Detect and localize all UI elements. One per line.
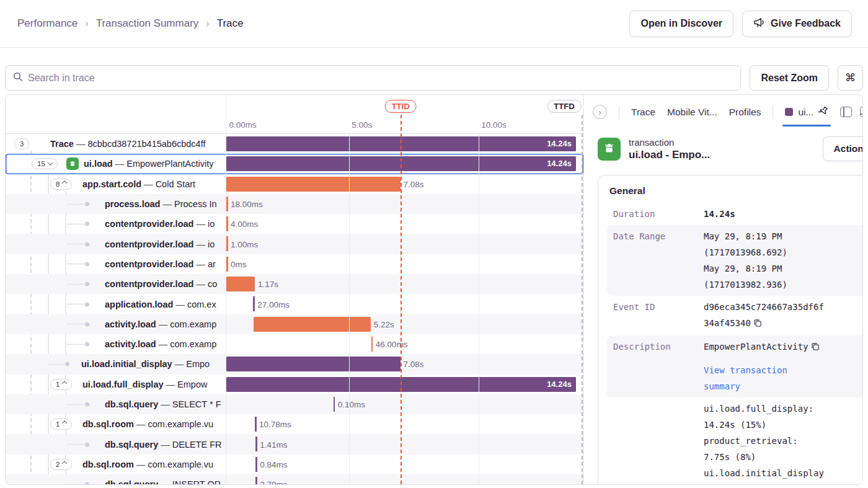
span-chart-cell[interactable]: 4.00ms (226, 214, 583, 234)
collapse-panel-icon[interactable]: › (593, 105, 607, 119)
dock-bottom-icon[interactable] (860, 107, 863, 117)
breadcrumb-transaction-summary[interactable]: Transaction Summary (96, 17, 199, 30)
span-row[interactable]: db.sql.query — SELECT * F0.10ms (6, 394, 583, 414)
span-duration-bar[interactable]: 14.24s (226, 136, 576, 151)
dock-left-icon[interactable] (840, 107, 852, 117)
span-tree-cell[interactable]: 1db.sql.room — com.example.vu (6, 414, 226, 434)
span-duration-bar[interactable] (226, 177, 401, 192)
span-tree-cell[interactable]: contentprovider.load — co (6, 274, 226, 294)
span-row[interactable]: 8app.start.cold — Cold Start7.08s (6, 174, 583, 194)
span-duration-tick[interactable] (226, 216, 228, 231)
span-chart-cell[interactable]: 10.78ms (226, 414, 583, 434)
span-tree-cell[interactable]: db.sql.query — SELECT * F (6, 394, 226, 414)
span-chart-cell[interactable]: 14.24s (226, 154, 583, 174)
ttfd-marker-badge[interactable]: TTFD (547, 100, 581, 113)
span-duration-tick[interactable] (334, 397, 335, 412)
span-tree-cell[interactable]: contentprovider.load — io (6, 214, 226, 234)
search-input[interactable] (28, 73, 733, 84)
keyboard-shortcut-button[interactable]: ⌘ (838, 65, 863, 91)
span-count-badge[interactable]: 2 (50, 459, 72, 470)
span-chart-cell[interactable]: 18.00ms (226, 194, 583, 214)
span-count-badge[interactable]: 8 (50, 179, 72, 190)
span-tree-cell[interactable]: ui.load.initial_display — Empo (6, 354, 226, 374)
span-tree-cell[interactable]: 2db.sql.room — com.example.vu (6, 455, 226, 474)
span-duration-tick[interactable] (226, 236, 228, 251)
span-duration-tick[interactable] (371, 337, 373, 352)
span-row[interactable]: db.sql.query — INSERT OR2.78ms (6, 474, 583, 485)
help-icon[interactable]: ? (679, 484, 689, 486)
span-row[interactable]: db.sql.query — DELETE FR1.41ms (6, 434, 583, 454)
span-chart-cell[interactable]: 7.08s (226, 174, 583, 194)
copy-icon[interactable] (811, 340, 820, 356)
span-duration-tick[interactable] (255, 437, 257, 451)
span-count-badge[interactable]: 15 (32, 158, 58, 169)
span-row[interactable]: 3Trace — 8cbbcd38721b415ab6cbdc4ff14.24s (6, 134, 583, 154)
span-tree-cell[interactable]: activity.load — com.examp (6, 314, 226, 334)
span-tree-cell[interactable]: application.load — com.ex (6, 294, 226, 314)
span-row[interactable]: 1db.sql.room — com.example.vu10.78ms (6, 414, 583, 434)
actions-button[interactable]: Actions (823, 136, 863, 161)
span-chart-cell[interactable]: 46.00ms (226, 334, 583, 354)
give-feedback-button[interactable]: Give Feedback (742, 11, 852, 37)
reset-zoom-button[interactable]: Reset Zoom (750, 65, 829, 91)
span-row[interactable]: activity.load — com.examp46.00ms (6, 334, 583, 354)
span-duration-bar[interactable]: 14.24s (226, 377, 576, 392)
span-row[interactable]: contentprovider.load — io4.00ms (6, 214, 583, 234)
span-chart-cell[interactable]: 0ms (226, 254, 583, 274)
span-tree-cell[interactable]: 1ui.load.full_display — Empow (6, 375, 226, 394)
span-tree-cell[interactable]: process.load — Process In (6, 194, 226, 214)
span-chart-cell[interactable]: 2.78ms (226, 474, 583, 485)
span-duration-bar[interactable] (226, 357, 401, 371)
span-duration-bar[interactable]: 14.24s (226, 156, 576, 171)
span-duration-tick[interactable] (255, 457, 257, 472)
span-row[interactable]: activity.load — com.examp5.22s (6, 314, 583, 334)
span-tree-cell[interactable]: 8app.start.cold — Cold Start (6, 174, 226, 194)
span-row[interactable]: ui.load.initial_display — Empo7.08s (6, 354, 583, 374)
span-row[interactable]: contentprovider.load — io1.00ms (6, 234, 583, 254)
tab-mobile-vitals[interactable]: Mobile Vit... (667, 107, 717, 118)
open-in-discover-button[interactable]: Open in Discover (629, 11, 733, 37)
span-row[interactable]: 15ui.load — EmpowerPlantActivity14.24s (6, 154, 583, 174)
span-chart-cell[interactable]: 5.22s (226, 314, 583, 334)
tab-ui-load-active[interactable]: ui... (785, 106, 828, 118)
span-chart-cell[interactable]: 1.17s (226, 274, 583, 294)
breadcrumb-performance[interactable]: Performance (17, 17, 78, 30)
span-duration-tick[interactable] (255, 417, 257, 432)
span-chart-cell[interactable]: 14.24s (226, 375, 583, 394)
tab-trace[interactable]: Trace (631, 107, 655, 118)
span-duration-tick[interactable] (226, 197, 228, 211)
span-row[interactable]: contentprovider.load — co1.17s (6, 274, 583, 294)
span-duration-tick[interactable] (253, 296, 255, 311)
span-chart-cell[interactable]: 7.08s (226, 354, 583, 374)
span-chart-cell[interactable]: 27.00ms (226, 294, 583, 314)
pin-icon[interactable] (818, 106, 828, 118)
copy-icon[interactable] (753, 316, 762, 332)
span-row[interactable]: 2db.sql.room — com.example.vu0.84ms (6, 455, 583, 474)
ttid-marker-badge[interactable]: TTID (385, 100, 417, 113)
span-chart-cell[interactable]: 0.10ms (226, 394, 583, 414)
span-tree-cell[interactable]: db.sql.query — DELETE FR (6, 434, 226, 454)
view-transaction-summary-link[interactable]: View transaction summary (704, 362, 825, 394)
span-tree-cell[interactable]: db.sql.query — INSERT OR (6, 474, 226, 485)
span-chart-cell[interactable]: 14.24s (226, 134, 583, 154)
span-tree-cell[interactable]: 15ui.load — EmpowerPlantActivity (6, 154, 226, 174)
span-chart-cell[interactable]: 1.41ms (226, 434, 583, 454)
span-duration-bar[interactable] (254, 317, 371, 332)
span-row[interactable]: process.load — Process In18.00ms (6, 194, 583, 214)
span-row[interactable]: contentprovider.load — ar0ms (6, 254, 583, 274)
tab-profiles[interactable]: Profiles (729, 107, 761, 118)
span-tree-cell[interactable]: 3Trace — 8cbbcd38721b415ab6cbdc4ff (6, 134, 226, 154)
span-count-badge[interactable]: 1 (50, 379, 72, 390)
span-count-badge[interactable]: 3 (14, 138, 29, 149)
span-tree-cell[interactable]: activity.load — com.examp (6, 334, 226, 354)
span-row[interactable]: application.load — com.ex27.00ms (6, 294, 583, 314)
span-tree-cell[interactable]: contentprovider.load — ar (6, 254, 226, 274)
span-chart-cell[interactable]: 1.00ms (226, 234, 583, 254)
span-row[interactable]: 1ui.load.full_display — Empow14.24s (6, 375, 583, 394)
span-chart-cell[interactable]: 0.84ms (226, 455, 583, 474)
span-tree-cell[interactable]: contentprovider.load — io (6, 234, 226, 254)
span-duration-tick[interactable] (255, 477, 257, 485)
span-count-badge[interactable]: 1 (50, 419, 72, 430)
span-duration-bar[interactable] (226, 277, 255, 291)
span-duration-tick[interactable] (226, 257, 228, 272)
